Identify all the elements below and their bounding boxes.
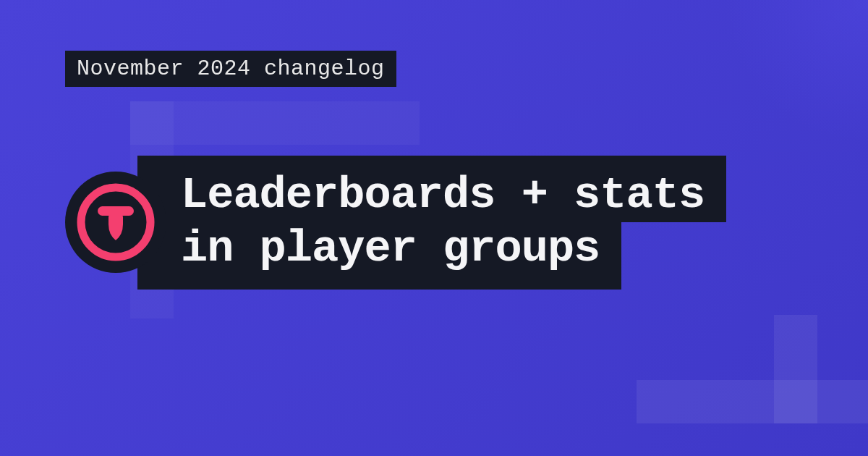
title-line-1: Leaderboards + stats bbox=[181, 169, 705, 221]
title-row-1: Leaderboards + stats bbox=[137, 156, 726, 222]
badge-label: November 2024 changelog bbox=[77, 56, 385, 81]
content-container: November 2024 changelog Leaderboards + s… bbox=[0, 0, 868, 340]
title-line-2: in player groups bbox=[181, 222, 600, 276]
changelog-badge: November 2024 changelog bbox=[65, 51, 396, 87]
title-row-2: in player groups bbox=[137, 222, 621, 289]
svg-rect-1 bbox=[98, 206, 134, 216]
title-wrap: Leaderboards + stats in player groups bbox=[166, 156, 726, 290]
logo-svg bbox=[76, 182, 156, 262]
title-container: Leaderboards + stats in player groups bbox=[65, 156, 803, 290]
logo-icon bbox=[65, 172, 166, 273]
bg-decoration-bottom-h bbox=[637, 380, 868, 423]
